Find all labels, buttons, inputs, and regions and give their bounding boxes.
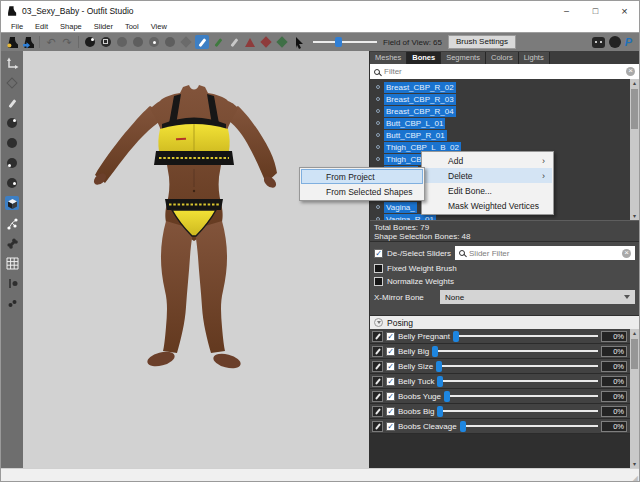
green-diamond-brush-icon[interactable] — [275, 35, 289, 49]
submenu-item-from-selected-shapes[interactable]: From Selected Shapes — [301, 184, 423, 199]
maximize-button[interactable]: □ — [581, 1, 610, 21]
close-button[interactable]: × — [610, 1, 639, 21]
vertex-select-cursor-icon[interactable] — [291, 35, 305, 49]
weight-paint-brush-icon[interactable] — [195, 35, 209, 49]
slider-value[interactable]: 0% — [601, 376, 627, 387]
slider-checkbox[interactable]: ✓ — [386, 377, 395, 386]
undo-icon[interactable]: ↶ — [44, 35, 58, 49]
scroll-up-icon[interactable]: ▴ — [633, 79, 636, 87]
posing-section-header[interactable]: Posing — [370, 315, 639, 329]
alpha-brush-icon[interactable] — [227, 35, 241, 49]
collision-brush-icon[interactable] — [243, 35, 257, 49]
minimize-button[interactable]: – — [552, 1, 581, 21]
slider-checkbox[interactable]: ✓ — [386, 422, 395, 431]
collapse-chevron-icon[interactable] — [374, 318, 383, 327]
slider-track[interactable] — [453, 330, 598, 342]
slider-value[interactable]: 0% — [601, 406, 627, 417]
weight-paint-button[interactable] — [372, 391, 383, 402]
load-project-icon[interactable] — [5, 35, 19, 49]
slider-checkbox[interactable]: ✓ — [386, 362, 395, 371]
brush-dot-r-icon[interactable] — [5, 176, 19, 190]
brush-smooth-icon[interactable] — [163, 35, 177, 49]
menu-tool[interactable]: Tool — [119, 22, 145, 31]
brush-settings-button[interactable]: Brush Settings — [448, 35, 516, 49]
scrollbar-thumb[interactable] — [631, 339, 638, 369]
weight-paint-button[interactable] — [372, 361, 383, 372]
menu-item-add[interactable]: Add› — [423, 153, 552, 168]
tab-segments[interactable]: Segments — [441, 52, 486, 64]
slider-value[interactable]: 0% — [601, 391, 627, 402]
weight-paint-button[interactable] — [372, 406, 383, 417]
menu-item-edit-bone-[interactable]: Edit Bone... — [423, 183, 552, 198]
slider-checkbox[interactable]: ✓ — [386, 347, 395, 356]
clear-slider-filter-icon[interactable]: × — [622, 249, 631, 258]
vertex-edit-icon[interactable] — [5, 216, 19, 230]
slider-value[interactable]: 0% — [601, 421, 627, 432]
resize-grip[interactable]: ◢ — [632, 474, 638, 482]
github-icon[interactable] — [609, 36, 621, 48]
bone-filter-input[interactable] — [384, 67, 622, 76]
submenu-item-from-project[interactable]: From Project — [301, 169, 423, 184]
dots-icon[interactable] — [5, 296, 19, 310]
slider-track[interactable] — [436, 360, 598, 372]
viewport-canvas[interactable] — [23, 51, 369, 468]
fov-slider-thumb[interactable] — [335, 37, 342, 47]
scroll-down-icon[interactable]: ▾ — [633, 212, 636, 220]
inflate-brush-icon[interactable] — [5, 96, 19, 110]
brush-inflate-icon[interactable] — [115, 35, 129, 49]
grid-icon[interactable] — [5, 256, 19, 270]
slider-checkbox[interactable]: ✓ — [386, 332, 395, 341]
discord-icon[interactable] — [592, 37, 605, 48]
bone-item[interactable]: Breast_CBP_R_02 — [370, 81, 639, 93]
scroll-up-icon[interactable]: ▴ — [633, 329, 636, 337]
scroll-down-icon[interactable]: ▾ — [633, 460, 636, 468]
menu-slider[interactable]: Slider — [88, 22, 119, 31]
slider-track[interactable] — [437, 375, 598, 387]
bone-item[interactable]: Butt_CBP_R_01 — [370, 129, 639, 141]
paypal-icon[interactable]: P — [625, 36, 632, 48]
show-nodes-icon[interactable] — [5, 76, 19, 90]
brush-dot-bl-icon[interactable] — [5, 156, 19, 170]
deselect-sliders-checkbox[interactable]: ✓ — [374, 249, 383, 258]
bone-icon[interactable] — [5, 236, 19, 250]
menu-view[interactable]: View — [145, 22, 173, 31]
brush-select-icon[interactable] — [99, 35, 113, 49]
slider-track[interactable] — [460, 420, 598, 432]
fixed-weight-brush-checkbox[interactable] — [374, 264, 383, 273]
brush-solid-icon[interactable] — [5, 136, 19, 150]
weight-paint-button[interactable] — [372, 421, 383, 432]
slider-value[interactable]: 0% — [601, 361, 627, 372]
clear-filter-icon[interactable]: × — [626, 67, 635, 76]
slider-value[interactable]: 0% — [601, 346, 627, 357]
brush-dot-tr-icon[interactable] — [5, 116, 19, 130]
x-mirror-bone-dropdown[interactable]: None — [440, 290, 635, 304]
tab-bones[interactable]: Bones — [407, 52, 441, 64]
bone-item[interactable]: Butt_CBP_L_01 — [370, 117, 639, 129]
load-reference-icon[interactable] — [21, 35, 35, 49]
menu-edit[interactable]: Edit — [29, 22, 54, 31]
transform-move-icon[interactable] — [5, 56, 19, 70]
slider-filter-input[interactable] — [469, 249, 618, 258]
brush-deflate-icon[interactable] — [131, 35, 145, 49]
tab-lights[interactable]: Lights — [519, 52, 550, 64]
slider-checkbox[interactable]: ✓ — [386, 392, 395, 401]
fov-slider[interactable] — [313, 41, 377, 43]
scrollbar-thumb[interactable] — [631, 89, 638, 129]
menu-shape[interactable]: Shape — [54, 22, 88, 31]
brush-mask-icon[interactable] — [83, 35, 97, 49]
slider-value[interactable]: 0% — [601, 331, 627, 342]
weight-paint-button[interactable] — [372, 376, 383, 387]
tab-colors[interactable]: Colors — [486, 52, 519, 64]
bone-list-scrollbar[interactable]: ▴ ▾ — [630, 79, 639, 220]
brush-erase-icon[interactable] — [179, 35, 193, 49]
weight-paint-button[interactable] — [372, 346, 383, 357]
perspective-cube-icon[interactable] — [5, 196, 19, 210]
slider-track[interactable] — [444, 390, 598, 402]
pin-icon[interactable] — [5, 276, 19, 290]
menu-item-mask-weighted-vertices[interactable]: Mask Weighted Vertices — [423, 198, 552, 213]
bone-item[interactable]: Breast_CBP_R_04 — [370, 105, 639, 117]
slider-checkbox[interactable]: ✓ — [386, 407, 395, 416]
color-paint-brush-icon[interactable] — [211, 35, 225, 49]
normalize-weights-checkbox[interactable] — [374, 277, 383, 286]
weight-paint-button[interactable] — [372, 331, 383, 342]
